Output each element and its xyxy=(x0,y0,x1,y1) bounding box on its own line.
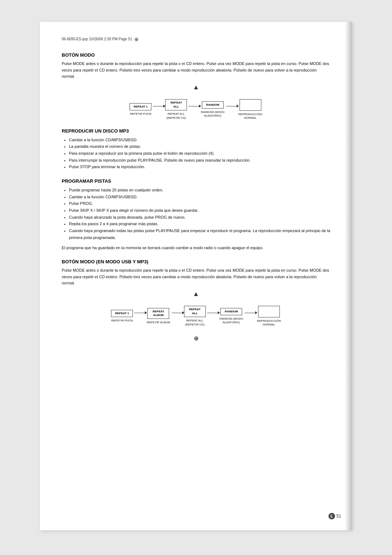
up-arrow-2: ▲ xyxy=(193,290,199,298)
bullet-prog-1: Puede programar hasta 20 pistas en cualq… xyxy=(69,187,330,194)
boton-modo-usb-title: BOTÓN MODO (EN MODO USB Y MP3) xyxy=(62,259,330,264)
boton-modo-usb-body: Pulse MODE antes o durante la reproducci… xyxy=(62,267,330,287)
flow-box-1: REPEAT 1 REPETIR PISTA xyxy=(130,103,151,116)
flow-rect-4 xyxy=(240,99,261,111)
flow2-box-5: REPRODUCCIÓNNORMAL xyxy=(257,306,281,327)
flow2-arrow-line-2 xyxy=(172,313,183,313)
flow-label-3: RANDOM (MODOALEATORIO) xyxy=(201,110,224,118)
page: 06-6695-ES.qxp 10/26/06 2:30 PM Page 51 … xyxy=(40,22,352,530)
arrow-line-2 xyxy=(188,106,199,106)
flow2-label-1: REPETIR PISTA xyxy=(111,319,132,323)
flow2-label-4: RANDOM (MODOALEATORIO) xyxy=(220,317,243,325)
flow-box-2: REPEATALL REPEAT ALL(REPETIR CD) xyxy=(165,99,187,120)
flow-rect-3: RANDOM xyxy=(202,101,224,109)
reproducir-bullets: Cambie a la función CD/MP3/USB/SD. La pa… xyxy=(69,137,330,170)
programar-title: PROGRAMAR PISTAS xyxy=(62,178,330,184)
flow2-box-1: REPEAT 1 REPETIR PISTA xyxy=(111,310,133,323)
flow2-label-2: REPETIR ÁLBUM xyxy=(147,321,170,324)
bullet-reproducir-2: La pantalla muestra el número de pistas. xyxy=(69,143,330,150)
flow-rect-2: REPEATALL xyxy=(165,99,187,110)
up-arrow-icon-1: ▲ xyxy=(193,84,199,91)
flow-rect-1: REPEAT 1 xyxy=(130,103,151,110)
flow2-arrow-4 xyxy=(245,313,256,313)
bullet-reproducir-1: Cambie a la función CD/MP3/USB/SD. xyxy=(69,137,330,143)
flow2-rect-3: REPEATALL xyxy=(184,306,206,317)
flow2-rect-4: RANDOM xyxy=(220,308,242,315)
flow-arrow-2 xyxy=(188,106,199,106)
bullet-reproducir-3: Para empezar a reproducir por la primera… xyxy=(69,150,330,157)
flow-arrow-1 xyxy=(153,106,164,106)
section-reproducir: REPRODUCIR UN DISCO MP3 Cambie a la func… xyxy=(62,128,330,170)
flow2-label-3: REPEAT ALL(REPETIR CD) xyxy=(185,319,205,327)
flow-diagram-2: REPEAT 1 REPETIR PISTA REPEATALBUM REPET… xyxy=(62,306,330,327)
bullet-prog-7: Cuando haya programado todas las pistas … xyxy=(69,227,330,241)
flow2-arrow-line-4 xyxy=(245,313,256,313)
flow2-arrow-line-1 xyxy=(134,313,145,313)
flow2-rect-5 xyxy=(258,306,280,317)
flow2-box-3: REPEATALL REPEAT ALL(REPETIR CD) xyxy=(184,306,206,327)
bullet-prog-3: Pulse PROG. xyxy=(69,200,330,207)
flow2-box-4: RANDOM RANDOM (MODOALEATORIO) xyxy=(220,308,243,325)
flow2-label-5: REPRODUCCIÓNNORMAL xyxy=(257,319,281,327)
e-badge: E xyxy=(328,513,335,519)
up-arrow-icon-2: ▲ xyxy=(193,290,199,298)
crosshair-icon xyxy=(134,36,139,41)
flow2-rect-1: REPEAT 1 xyxy=(111,310,133,317)
flow-label-4: REPRODUCCIÓNNORMAL xyxy=(238,113,262,120)
section-boton-modo-usb: BOTÓN MODO (EN MODO USB Y MP3) Pulse MOD… xyxy=(62,259,330,327)
reproducir-title: REPRODUCIR UN DISCO MP3 xyxy=(62,128,330,134)
flow2-box-2: REPEATALBUM REPETIR ÁLBUM xyxy=(147,308,170,325)
arrow-line-3 xyxy=(226,106,237,106)
header: 06-6695-ES.qxp 10/26/06 2:30 PM Page 51 xyxy=(62,36,330,41)
bullet-prog-5: Cuando haya alcanzado la pista deseada, … xyxy=(69,214,330,221)
flow-box-3: RANDOM RANDOM (MODOALEATORIO) xyxy=(201,101,224,118)
flow2-arrow-1 xyxy=(134,313,145,313)
flow2-arrow-line-3 xyxy=(207,313,218,313)
header-text: 06-6695-ES.qxp 10/26/06 2:30 PM Page 51 xyxy=(62,37,132,41)
flow-label-1: REPETIR PISTA xyxy=(130,112,151,116)
boton-modo-body: Pulse MODE antes o durante la reproducci… xyxy=(62,61,330,80)
page-number-text: 51 xyxy=(336,514,341,519)
bullet-prog-4: Pulse SKIP X / SKIP X para elegir el núm… xyxy=(69,207,330,214)
boton-modo-title: BOTÓN MODO xyxy=(62,52,330,58)
bullet-reproducir-5: Pulse STOP para terminar la reproducción… xyxy=(69,163,330,170)
page-number-area: E 51 xyxy=(328,513,341,519)
flow-label-2: REPEAT ALL(REPETIR CD) xyxy=(167,112,186,120)
flow-arrow-3 xyxy=(226,106,237,106)
page-shadow xyxy=(345,22,352,530)
flow2-arrow-2 xyxy=(172,313,183,313)
programar-bullets: Puede programar hasta 20 pistas en cualq… xyxy=(69,187,330,241)
flow2-rect-2: REPEATALBUM xyxy=(147,308,169,319)
up-arrow-1: ▲ xyxy=(193,84,199,91)
bottom-crosshair-icon: ⊕ xyxy=(194,335,199,342)
arrow-line-1 xyxy=(153,106,164,106)
flow-box-4: REPRODUCCIÓNNORMAL xyxy=(238,99,262,120)
section-boton-modo: BOTÓN MODO Pulse MODE antes o durante la… xyxy=(62,52,330,120)
bullet-prog-6: Repita los pasos 2 a 4 para programar má… xyxy=(69,220,330,227)
bottom-crosshair: ⊕ xyxy=(62,335,330,342)
bullet-prog-2: Cambie a la función CD/MP3/USB/SD. xyxy=(69,194,330,200)
flow-diagram-1: REPEAT 1 REPETIR PISTA REPEATALL REPEAT … xyxy=(62,99,330,120)
section-programar: PROGRAMAR PISTAS Puede programar hasta 2… xyxy=(62,178,330,251)
bullet-reproducir-4: Para interrumpir la reproducción pulse P… xyxy=(69,157,330,164)
programar-note: El programa que ha guardado en la memori… xyxy=(62,245,330,251)
flow2-arrow-3 xyxy=(207,313,218,313)
